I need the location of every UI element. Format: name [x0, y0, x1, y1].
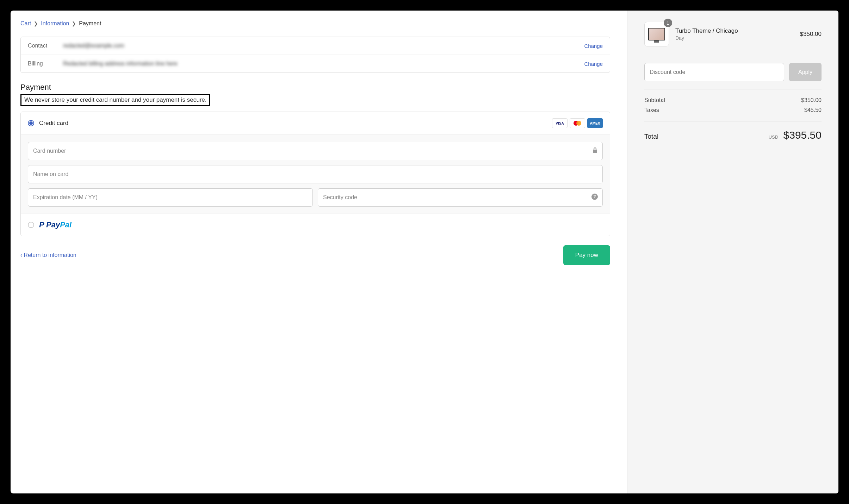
pay-now-button[interactable]: Pay now [563, 245, 610, 265]
credit-card-option[interactable]: Credit card VISA AMEX [21, 112, 610, 134]
help-icon[interactable]: ? [591, 194, 598, 201]
taxes-label: Taxes [644, 107, 659, 113]
contact-label: Contact [28, 43, 63, 49]
discount-code-input[interactable] [644, 63, 784, 81]
summary-billing-row: Billing Redacted billing address informa… [21, 55, 610, 73]
mastercard-icon [570, 118, 585, 128]
contact-value: redacted@example.com [63, 43, 584, 49]
payment-methods-box: Credit card VISA AMEX [20, 112, 610, 236]
card-number-input[interactable] [28, 142, 603, 160]
item-name: Turbo Theme / Chicago [675, 27, 794, 34]
breadcrumb-cart[interactable]: Cart [20, 20, 31, 27]
paypal-option[interactable]: P PayPal [21, 214, 610, 236]
cart-item: 1 Turbo Theme / Chicago Day $350.00 [644, 22, 822, 46]
total-label: Total [644, 133, 658, 140]
lock-icon [592, 147, 598, 155]
expiry-field [28, 188, 313, 207]
divider [644, 89, 822, 89]
bottom-actions: ‹ Return to information Pay now [20, 245, 610, 265]
summary-contact-row: Contact redacted@example.com Change [21, 37, 610, 55]
item-price: $350.00 [800, 31, 822, 38]
credit-card-label: Credit card [39, 120, 552, 127]
return-to-information-link[interactable]: ‹ Return to information [20, 252, 76, 258]
cvv-field: ? [318, 188, 603, 207]
card-number-field [28, 142, 603, 160]
chevron-right-icon: ❯ [34, 21, 38, 26]
apply-discount-button[interactable]: Apply [789, 63, 822, 81]
billing-value: Redacted billing address information lin… [63, 61, 584, 67]
item-quantity-badge: 1 [664, 19, 672, 27]
checkout-window: Cart ❯ Information ❯ Payment Contact red… [11, 11, 838, 493]
visa-icon: VISA [552, 118, 568, 128]
total-amount: $395.50 [783, 129, 822, 141]
svg-text:?: ? [593, 194, 596, 199]
order-summary-panel: 1 Turbo Theme / Chicago Day $350.00 Appl… [627, 11, 838, 493]
card-brand-icons: VISA AMEX [552, 118, 603, 128]
card-form: ? [21, 134, 610, 214]
item-thumbnail: 1 [644, 22, 669, 46]
name-on-card-field [28, 165, 603, 183]
chevron-left-icon: ‹ [20, 252, 22, 258]
subtotal-value: $350.00 [801, 97, 822, 103]
subtotal-row: Subtotal $350.00 [644, 97, 822, 103]
expiry-input[interactable] [28, 188, 313, 207]
breadcrumb-information[interactable]: Information [41, 20, 69, 27]
change-contact-link[interactable]: Change [584, 43, 603, 49]
order-summary-box: Contact redacted@example.com Change Bill… [20, 37, 610, 73]
security-note-text: We never store your credit card number a… [24, 96, 206, 103]
radio-credit-card[interactable] [28, 120, 34, 126]
item-variant: Day [675, 35, 794, 41]
chevron-right-icon: ❯ [72, 21, 76, 26]
cvv-input[interactable] [318, 188, 603, 207]
item-details: Turbo Theme / Chicago Day [675, 27, 794, 41]
amex-icon: AMEX [587, 118, 603, 128]
change-billing-link[interactable]: Change [584, 61, 603, 67]
subtotal-label: Subtotal [644, 97, 665, 103]
security-note-highlight: We never store your credit card number a… [20, 94, 210, 106]
taxes-value: $45.50 [804, 107, 822, 113]
name-on-card-input[interactable] [28, 165, 603, 183]
paypal-logo-icon: P PayPal [39, 220, 72, 229]
payment-section-title: Payment [20, 83, 610, 92]
total-currency: USD [769, 134, 778, 140]
radio-paypal[interactable] [28, 222, 34, 228]
breadcrumb: Cart ❯ Information ❯ Payment [20, 20, 610, 27]
billing-label: Billing [28, 61, 63, 67]
main-panel: Cart ❯ Information ❯ Payment Contact red… [11, 11, 627, 493]
divider [644, 55, 822, 55]
divider [644, 121, 822, 121]
discount-row: Apply [644, 63, 822, 81]
total-row: Total USD $395.50 [644, 129, 822, 141]
taxes-row: Taxes $45.50 [644, 107, 822, 113]
breadcrumb-payment: Payment [79, 20, 101, 27]
return-link-label: Return to information [24, 252, 76, 258]
